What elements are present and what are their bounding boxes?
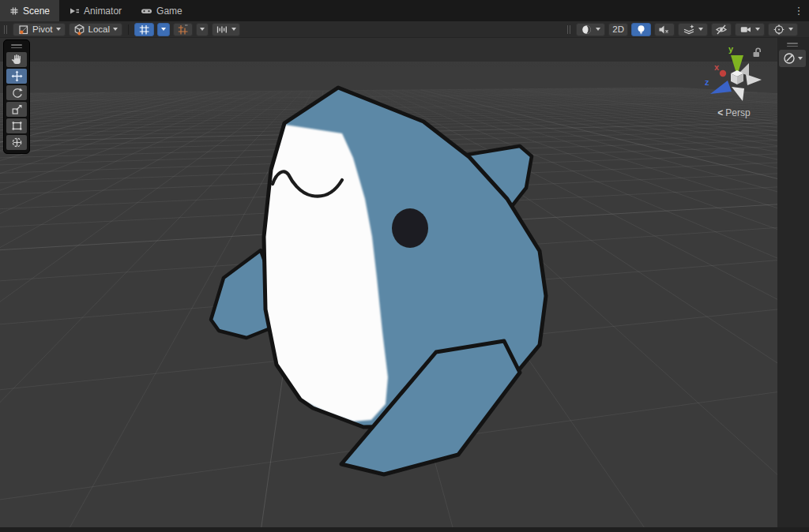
gamepad-icon [141, 6, 152, 16]
rect-tool-button[interactable] [6, 118, 27, 133]
persp-arrow-icon: < [717, 107, 723, 118]
move-icon [11, 70, 23, 82]
increment-snap-dropdown[interactable] [196, 23, 209, 36]
tab-game[interactable]: Game [131, 0, 192, 21]
hand-tool-button[interactable] [6, 52, 27, 67]
scale-icon [11, 103, 23, 115]
gizmos-dropdown[interactable] [768, 23, 798, 36]
scale-tool-button[interactable] [6, 102, 27, 117]
local-label: Local [88, 24, 111, 34]
snap-settings-dropdown[interactable] [212, 23, 240, 36]
axis-negy-cone[interactable] [732, 87, 744, 101]
axis-z-cone[interactable] [710, 81, 732, 94]
scene-toolbar: Pivot Local 2D [0, 21, 809, 38]
tools-overlay [3, 39, 30, 154]
right-overlay-strip [777, 38, 809, 527]
tab-spacer [192, 0, 788, 21]
compass-icon [783, 52, 796, 65]
tab-game-label: Game [156, 6, 182, 17]
shading-mode-icon [581, 24, 593, 36]
local-dropdown[interactable]: Local [69, 23, 123, 36]
chevron-down-icon [798, 57, 803, 60]
transform-icon [11, 137, 23, 148]
2d-toggle-button[interactable]: 2D [608, 23, 628, 36]
eye-slash-icon [715, 24, 728, 36]
axis-x-label: x [714, 62, 719, 72]
rect-icon [11, 120, 23, 132]
grid-snap-button[interactable] [134, 23, 154, 36]
effects-dropdown[interactable] [678, 23, 708, 36]
lighting-toggle-button[interactable] [631, 23, 651, 36]
gizmos-icon [773, 24, 785, 36]
chevron-down-icon [596, 28, 600, 31]
persp-text: Persp [725, 107, 750, 118]
tab-scene-label: Scene [23, 6, 50, 17]
scene-grid-icon [9, 6, 19, 16]
lock-open-icon[interactable] [754, 48, 761, 57]
tools-drag-handle[interactable] [11, 44, 22, 48]
axis-x-cone[interactable] [720, 70, 726, 77]
scene-viewport[interactable]: y x z <Persp [0, 38, 809, 527]
rotate-tool-button[interactable] [6, 85, 27, 100]
axis-y-label: y [728, 44, 733, 54]
grid-snap-dropdown[interactable] [157, 23, 170, 36]
scene-canvas[interactable] [0, 38, 809, 527]
chevron-down-icon [755, 28, 760, 31]
unity-scene-view-window: Scene Animator Game ⋮ Pivot [0, 0, 809, 532]
chevron-down-icon [788, 28, 793, 31]
increment-snap-button[interactable] [173, 23, 193, 36]
viewport-bottom-border [0, 527, 809, 532]
effects-icon [683, 24, 695, 36]
move-tool-button[interactable] [6, 69, 27, 84]
shading-mode-dropdown[interactable] [576, 23, 605, 36]
audio-toggle-button[interactable] [654, 23, 675, 36]
increment-snap-icon [177, 24, 189, 36]
tab-animator[interactable]: Animator [59, 0, 131, 21]
camera-dropdown[interactable] [735, 23, 765, 36]
toolbar-separator [128, 24, 129, 35]
transform-tool-button[interactable] [6, 135, 27, 150]
2d-label: 2D [612, 24, 624, 34]
chevron-down-icon [698, 28, 703, 31]
pivot-dropdown[interactable]: Pivot [13, 23, 66, 36]
pivot-icon [17, 24, 29, 36]
tab-animator-label: Animator [84, 6, 122, 17]
hand-icon [11, 54, 23, 66]
axis-negx-cone[interactable] [746, 74, 762, 85]
snap-ruler-icon [216, 24, 228, 36]
grid-snap-icon [138, 24, 150, 36]
chevron-down-icon [113, 28, 118, 31]
chevron-down-icon [231, 28, 236, 31]
toolbar-drag-handle[interactable] [4, 25, 7, 34]
tab-scene[interactable]: Scene [0, 0, 59, 21]
shark-eye [392, 208, 428, 248]
view-options-drag-handle[interactable] [787, 43, 798, 47]
animator-icon [69, 6, 80, 16]
audio-mute-icon [658, 24, 671, 36]
view-options-dropdown[interactable] [779, 50, 806, 67]
axis-z-label: z [705, 77, 709, 87]
local-cube-icon [73, 24, 85, 36]
projection-mode-label[interactable]: <Persp [698, 107, 769, 118]
scene-visibility-button[interactable] [711, 23, 732, 36]
pivot-label: Pivot [32, 24, 53, 34]
chevron-down-icon [56, 28, 61, 31]
camera-icon [739, 24, 752, 36]
toolbar-right-drag-handle[interactable] [567, 25, 570, 34]
rotate-icon [11, 87, 23, 99]
view-options-overlay [777, 41, 807, 67]
lightbulb-icon [635, 24, 647, 36]
tab-bar: Scene Animator Game ⋮ [0, 0, 809, 21]
panel-menu-icon[interactable]: ⋮ [788, 0, 809, 21]
